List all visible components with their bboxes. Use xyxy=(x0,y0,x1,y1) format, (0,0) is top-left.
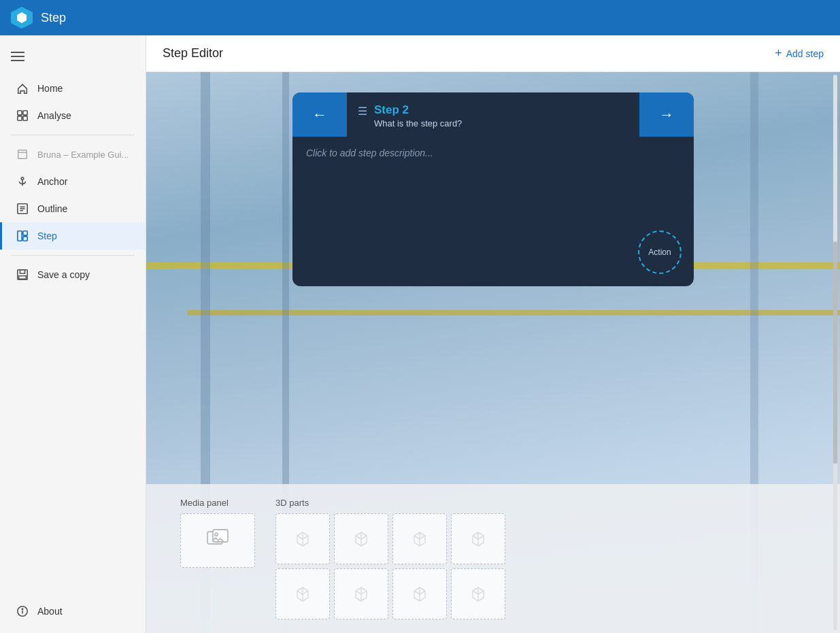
plus-icon: + xyxy=(775,46,782,61)
menu-button[interactable] xyxy=(0,44,146,75)
parts-panel-label: 3D parts xyxy=(275,498,505,508)
svg-rect-1 xyxy=(18,111,22,115)
sidebar-divider-2 xyxy=(11,255,135,256)
analyse-icon xyxy=(16,109,29,122)
media-slot[interactable] xyxy=(180,513,255,568)
sidebar-item-home-label: Home xyxy=(37,83,63,94)
part-slot-7[interactable] xyxy=(392,568,447,619)
part-slot-6[interactable] xyxy=(334,568,388,619)
scrollbar-track[interactable] xyxy=(833,75,837,630)
topbar: Step xyxy=(0,0,840,35)
sidebar-item-anchor[interactable]: Anchor xyxy=(0,168,146,195)
part-slot-4[interactable] xyxy=(451,513,505,564)
sidebar-item-save-copy-label: Save a copy xyxy=(37,269,90,280)
svg-rect-4 xyxy=(23,116,27,120)
step-subtitle: What is the step card? xyxy=(374,118,628,129)
sidebar-item-outline-label: Outline xyxy=(37,203,67,214)
project-name-label: Bruna – Example Gui... xyxy=(37,150,129,160)
svg-rect-5 xyxy=(18,150,27,159)
part-slot-3[interactable] xyxy=(392,513,447,564)
sidebar-divider-1 xyxy=(11,135,135,135)
svg-point-7 xyxy=(21,177,24,180)
action-button[interactable]: Action xyxy=(638,230,682,274)
save-icon xyxy=(16,268,29,281)
sidebar-item-analyse-label: Analyse xyxy=(37,110,71,121)
outline-icon xyxy=(16,202,29,216)
step-card: ← ☰ Step 2 What is the step card? → xyxy=(292,92,694,286)
bottom-panel: Media panel 3D p xyxy=(146,484,840,633)
step-name: Step 2 xyxy=(374,103,628,117)
prev-arrow-icon: ← xyxy=(312,106,327,124)
project-icon xyxy=(16,148,29,161)
sidebar-item-anchor-label: Anchor xyxy=(37,176,67,187)
part-slot-2[interactable] xyxy=(334,513,388,564)
scrollbar-thumb[interactable] xyxy=(833,241,837,464)
media-panel-label: Media panel xyxy=(180,498,255,508)
app-title: Step xyxy=(41,11,66,25)
media-panel-section: Media panel xyxy=(180,498,255,619)
add-step-button[interactable]: + Add step xyxy=(775,46,824,61)
next-arrow-icon: → xyxy=(659,106,674,124)
list-icon: ☰ xyxy=(358,105,367,118)
step-icon xyxy=(16,229,29,243)
svg-rect-18 xyxy=(20,270,24,273)
action-label: Action xyxy=(648,247,671,257)
sidebar-item-about[interactable]: About xyxy=(0,598,146,625)
svg-marker-0 xyxy=(17,12,27,23)
sidebar-item-step[interactable]: Step xyxy=(0,222,146,250)
card-body[interactable]: Click to add step description... xyxy=(292,137,694,286)
part-slot-8[interactable] xyxy=(451,568,505,619)
part-slot-1[interactable] xyxy=(275,513,330,564)
main-content: Step Editor + Add step xyxy=(146,35,840,633)
parts-panel-section: 3D parts xyxy=(275,498,505,619)
sidebar-item-step-label: Step xyxy=(37,230,57,241)
anchor-icon xyxy=(16,175,29,188)
card-header: ← ☰ Step 2 What is the step card? → xyxy=(292,92,694,137)
sidebar-bottom: About xyxy=(0,598,146,625)
editor-title: Step Editor xyxy=(163,46,223,61)
sidebar-item-save-copy[interactable]: Save a copy xyxy=(0,261,146,288)
part-slot-5[interactable] xyxy=(275,568,330,619)
step-description[interactable]: Click to add step description... xyxy=(306,148,680,158)
canvas-area: ← ☰ Step 2 What is the step card? → xyxy=(146,72,840,633)
parts-grid xyxy=(275,513,505,619)
svg-rect-15 xyxy=(23,231,27,235)
media-icon xyxy=(207,529,229,552)
card-title-area: ☰ Step 2 What is the step card? xyxy=(347,92,639,137)
sidebar-item-outline[interactable]: Outline xyxy=(0,195,146,222)
next-step-button[interactable]: → xyxy=(639,92,694,137)
svg-rect-14 xyxy=(18,231,22,241)
svg-rect-3 xyxy=(18,116,22,120)
sidebar-item-analyse[interactable]: Analyse xyxy=(0,102,146,129)
card-title-text: Step 2 What is the step card? xyxy=(374,103,628,129)
sidebar-item-home[interactable]: Home xyxy=(0,75,146,102)
svg-rect-2 xyxy=(23,111,27,115)
about-icon xyxy=(16,604,29,618)
editor-header: Step Editor + Add step xyxy=(146,35,840,72)
prev-step-button[interactable]: ← xyxy=(292,92,347,137)
svg-point-21 xyxy=(22,609,22,609)
add-step-label: Add step xyxy=(786,48,824,59)
layout: Home Analyse Bruna – Example G xyxy=(0,35,840,633)
home-icon xyxy=(16,82,29,95)
sidebar: Home Analyse Bruna – Example G xyxy=(0,35,146,633)
sidebar-project-name: Bruna – Example Gui... xyxy=(0,141,146,168)
svg-rect-16 xyxy=(23,237,27,241)
app-logo xyxy=(11,7,33,29)
sidebar-item-about-label: About xyxy=(37,606,63,617)
